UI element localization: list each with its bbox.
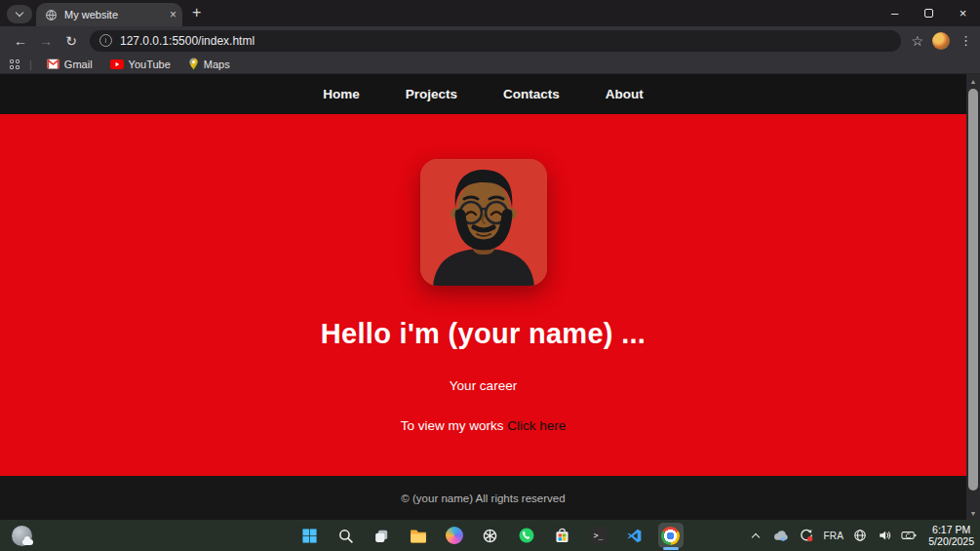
- maximize-icon: [924, 9, 933, 18]
- tray-time: 6:17 PM: [928, 524, 974, 535]
- browser-tab[interactable]: My website ×: [36, 3, 182, 26]
- works-prefix: To view my works: [401, 418, 504, 433]
- chrome-taskbar-icon[interactable]: [658, 523, 684, 548]
- nav-link-contacts[interactable]: Contacts: [503, 87, 560, 101]
- sync-status-icon[interactable]: [799, 520, 814, 551]
- maximize-button[interactable]: [912, 0, 946, 26]
- tab-close-icon[interactable]: ×: [170, 9, 176, 20]
- page-viewport: Home Projects Contacts About: [0, 74, 980, 520]
- youtube-icon: [110, 59, 124, 69]
- tab-search-button[interactable]: [7, 5, 32, 23]
- bookmark-youtube[interactable]: YouTube: [105, 57, 176, 72]
- widgets-weather-icon[interactable]: [12, 526, 32, 546]
- nav-link-home[interactable]: Home: [323, 87, 360, 101]
- refresh-button[interactable]: ↻: [59, 33, 84, 49]
- career-text: Your career: [450, 378, 517, 393]
- vscode-icon[interactable]: [622, 523, 647, 548]
- apps-grid-icon[interactable]: [10, 59, 20, 69]
- file-explorer-icon[interactable]: [406, 523, 431, 548]
- volume-icon[interactable]: [877, 520, 892, 551]
- hero-heading: Hello i'm (your name) ...: [321, 318, 646, 350]
- onedrive-cloud-icon[interactable]: [772, 520, 790, 551]
- maps-pin-icon: [188, 58, 199, 70]
- browser-window: My website × + – × ← → ↻ i 127.0.0.1:550…: [0, 0, 980, 520]
- terminal-icon[interactable]: >_: [586, 523, 611, 548]
- search-icon[interactable]: [333, 523, 359, 548]
- bookmark-star-icon[interactable]: ☆: [911, 33, 923, 49]
- network-icon[interactable]: [852, 520, 868, 551]
- minimize-button[interactable]: –: [878, 0, 912, 26]
- tab-title: My website: [64, 9, 163, 20]
- whatsapp-icon[interactable]: [514, 523, 539, 548]
- bookmarks-separator: |: [29, 59, 32, 70]
- gmail-icon: [47, 59, 59, 69]
- url-text[interactable]: 127.0.0.1:5500/index.html: [120, 34, 255, 48]
- site-navbar: Home Projects Contacts About: [0, 74, 966, 114]
- language-indicator[interactable]: FRA: [823, 520, 843, 551]
- nav-link-projects[interactable]: Projects: [406, 87, 457, 101]
- battery-icon[interactable]: [901, 520, 917, 551]
- hero-section: Hello i'm (your name) ... Your career To…: [0, 114, 966, 476]
- start-button[interactable]: [297, 523, 323, 548]
- bookmark-maps[interactable]: Maps: [183, 56, 235, 72]
- bookmark-label: YouTube: [129, 59, 171, 70]
- taskbar-center: >_: [297, 520, 684, 551]
- chevron-down-icon: [16, 9, 23, 17]
- browser-menu-icon[interactable]: ⋮: [960, 33, 972, 48]
- task-view-icon[interactable]: [370, 523, 395, 548]
- clock[interactable]: 6:17 PM 5/20/2025: [925, 524, 974, 547]
- new-tab-button[interactable]: +: [192, 4, 201, 21]
- click-here-link[interactable]: Click here: [507, 418, 566, 433]
- bookmarks-bar: | Gmail YouTube: [0, 55, 980, 74]
- microsoft-store-icon[interactable]: [550, 523, 575, 548]
- browser-toolbar: ← → ↻ i 127.0.0.1:5500/index.html ☆ ⋮: [0, 26, 980, 55]
- scroll-up-arrow[interactable]: ▲: [970, 74, 977, 88]
- globe-favicon-icon: [45, 9, 58, 21]
- scrollbar-thumb[interactable]: [968, 89, 978, 491]
- tab-strip: My website × + – ×: [0, 0, 980, 26]
- copilot-icon[interactable]: [442, 523, 467, 548]
- scrollbar[interactable]: ▲ ▼: [966, 74, 980, 520]
- window-controls: – ×: [878, 0, 980, 26]
- site-footer: © (your name) All rights reserved: [0, 476, 966, 520]
- chatgpt-icon[interactable]: [478, 523, 503, 548]
- close-button[interactable]: ×: [946, 0, 980, 26]
- taskbar: >_ FRA 6:: [0, 520, 980, 551]
- screen: My website × + – × ← → ↻ i 127.0.0.1:550…: [0, 0, 980, 551]
- tray-chevron-up-icon[interactable]: [748, 520, 764, 551]
- tray-date: 5/20/2025: [928, 535, 974, 547]
- back-button[interactable]: ←: [8, 33, 33, 49]
- bookmark-gmail[interactable]: Gmail: [42, 57, 98, 72]
- bookmark-label: Gmail: [64, 59, 93, 70]
- scroll-down-arrow[interactable]: ▼: [970, 506, 977, 520]
- works-line: To view my works Click here: [401, 418, 567, 433]
- nav-link-about[interactable]: About: [606, 87, 644, 101]
- forward-button[interactable]: →: [33, 33, 59, 49]
- bookmark-label: Maps: [204, 59, 230, 70]
- site-info-icon[interactable]: i: [99, 34, 112, 47]
- copyright-text: © (your name) All rights reserved: [401, 492, 565, 504]
- profile-avatar-button[interactable]: [932, 32, 950, 50]
- profile-illustration: [420, 159, 547, 286]
- system-tray: FRA 6:17 PM 5/20/2025: [748, 520, 974, 551]
- address-bar[interactable]: i 127.0.0.1:5500/index.html: [90, 30, 901, 52]
